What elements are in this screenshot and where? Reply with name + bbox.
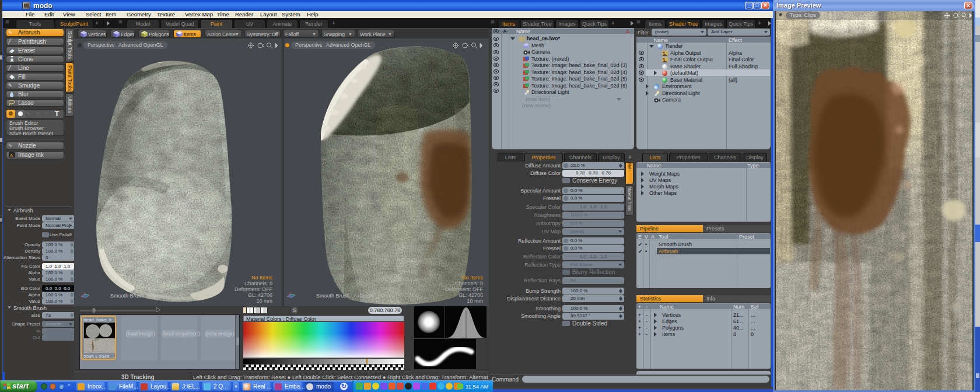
svg-text:A: A <box>10 153 13 158</box>
